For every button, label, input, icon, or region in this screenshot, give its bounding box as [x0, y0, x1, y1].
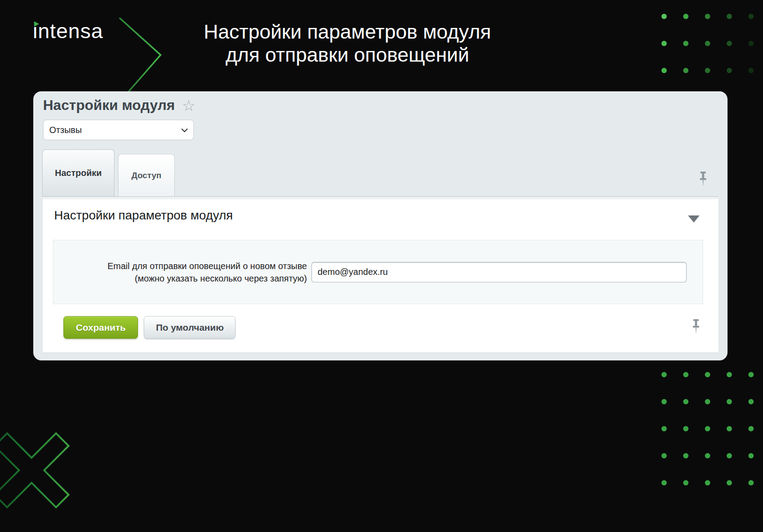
x-cross-decoration: [0, 422, 82, 532]
logo: intensa: [33, 20, 103, 41]
email-input[interactable]: [311, 262, 687, 282]
email-form-panel: Email для отправки оповещений о новом от…: [53, 240, 703, 304]
pin-icon-bottom[interactable]: [691, 319, 701, 334]
card-heading-row: Настройки модуля ☆: [43, 95, 196, 115]
favorite-star-icon[interactable]: ☆: [182, 96, 195, 115]
email-label: Email для отправки оповещений о новом от…: [69, 260, 307, 285]
collapse-arrow-icon[interactable]: [688, 215, 700, 223]
dots-grid-bottom-right: [661, 372, 755, 487]
tab-content: Настройки параметров модуля Email для от…: [42, 199, 719, 353]
tab-settings[interactable]: Настройки: [42, 149, 114, 196]
logo-text: intensa: [33, 20, 103, 41]
email-label-line2: (можно указать несколько через запятую): [69, 272, 307, 285]
tab-access-label: Доступ: [131, 171, 161, 180]
module-select[interactable]: Отзывы: [43, 120, 194, 140]
section-title: Настройки параметров модуля: [54, 207, 233, 224]
buttons-row: Сохранить По умолчанию: [63, 316, 236, 339]
module-select-wrap: Отзывы: [43, 120, 194, 140]
dots-grid-top-right: [661, 14, 755, 96]
settings-card: Настройки модуля ☆ Отзывы Настройки Дост…: [33, 91, 728, 360]
page-title: Настройки параметров модуля для отправки…: [204, 20, 491, 66]
tab-settings-label: Настройки: [55, 168, 102, 178]
email-label-line1: Email для отправки оповещений о новом от…: [69, 260, 307, 272]
page-title-line2: для отправки оповещений: [204, 43, 491, 66]
card-heading-text: Настройки модуля: [43, 95, 175, 115]
page-title-line1: Настройки параметров модуля: [204, 20, 491, 43]
default-button[interactable]: По умолчанию: [144, 316, 236, 339]
save-button[interactable]: Сохранить: [63, 316, 138, 339]
tab-access[interactable]: Доступ: [118, 154, 175, 196]
pin-icon-top[interactable]: [698, 171, 708, 186]
logo-triangle-icon: [34, 21, 39, 27]
